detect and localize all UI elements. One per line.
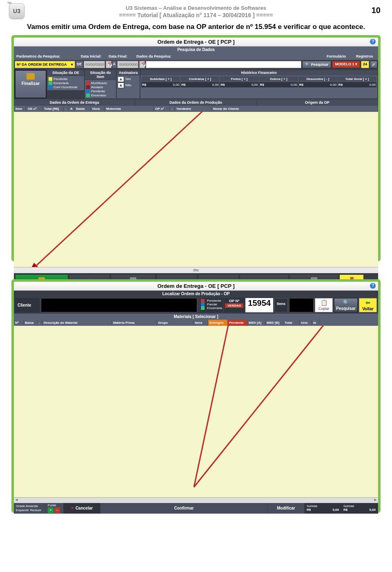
a-label: À xyxy=(112,61,117,68)
legend-status-op: PendenteParcialEncerrada xyxy=(200,298,223,312)
copiar-button[interactable]: 📋Copiar xyxy=(315,298,333,312)
help-icon[interactable]: ? xyxy=(370,39,376,45)
pesquisar-button[interactable]: 🔍Pesquisar xyxy=(302,61,331,68)
op-number-input[interactable]: 15954 xyxy=(245,298,273,312)
svg-line-3 xyxy=(194,326,231,487)
progress-bar: 0% xyxy=(14,267,378,273)
lbl-dados: Dados da Pesquisa: xyxy=(135,53,296,59)
search-icon: 🔍 xyxy=(343,300,349,305)
legend-item: ModificadoAnuladoPendenteEncerrado xyxy=(85,80,116,98)
svg-line-1 xyxy=(35,112,206,267)
expandir-button[interactable]: Expandir xyxy=(16,508,29,512)
voltar-button[interactable]: ⬅Voltar xyxy=(359,298,377,312)
registros-count: 24 xyxy=(361,61,369,68)
annotation-arrows-2 xyxy=(14,326,378,497)
date-to-picker[interactable]: 📅 xyxy=(139,61,145,68)
subtotal-label-1: Subtotal xyxy=(307,505,339,507)
reduzir-button[interactable]: Reduzir xyxy=(30,508,42,512)
vendas-badge: VENDAS xyxy=(225,303,243,308)
date-from-picker[interactable]: 📅 xyxy=(106,61,111,68)
param-select[interactable]: Nº DA ORDEM DE ENTREGA▾ xyxy=(15,61,75,68)
screenshot-1: Ordem de Entrega - OE [ PCP ] ? Pesquisa… xyxy=(11,35,381,261)
op-n-label: OP Nº xyxy=(229,299,239,303)
finalizar-icon xyxy=(27,73,35,80)
materiais-strip: Materiais [ Selecionar ] xyxy=(14,314,378,320)
screenshot-2: Ordem de Entrega - OE [ PCP ] ? Localiza… xyxy=(11,279,381,513)
pesquisar-button-2[interactable]: 🔍Pesquisar xyxy=(334,298,358,312)
grade-label: Grade Amarela xyxy=(16,504,43,508)
lbl-parametros: Parâmetros da Pesquisa: xyxy=(15,53,78,59)
cancelar-button[interactable]: ✖Cancelar xyxy=(64,503,100,514)
copy-icon: 📋 xyxy=(321,299,327,306)
u3-logo xyxy=(9,3,24,19)
assin-a-sim[interactable]: A xyxy=(118,76,124,82)
grid-body[interactable] xyxy=(14,112,378,267)
sit-item-header: Situação do Item xyxy=(85,70,116,80)
date-to[interactable]: 00/00/0000 xyxy=(117,61,138,68)
subtotal-label-2: Subtotal xyxy=(343,505,376,507)
lbl-data-ini: Data Inicial: xyxy=(79,53,106,59)
legend-oe: PendenteEncerradaCom Ocorrência xyxy=(47,76,84,90)
modelo-select[interactable]: MODELO 1 ▾ xyxy=(332,61,360,68)
expand-button[interactable]: ⤢ xyxy=(370,61,377,68)
svg-line-4 xyxy=(194,326,333,487)
page-number: 10 xyxy=(372,6,381,15)
sit-oe-header: Situação da OE xyxy=(47,70,84,76)
de-label: DE xyxy=(76,61,83,68)
itens-input[interactable] xyxy=(289,298,314,312)
grid-body-2[interactable] xyxy=(14,326,378,497)
search-strip-title: Pesquisa de Dados xyxy=(14,47,378,53)
help-icon-2[interactable]: ? xyxy=(370,283,376,289)
svg-line-0 xyxy=(35,112,206,267)
hdr-tutorial: ===== Tutorial [ Atualização n° 1174 – 3… xyxy=(11,12,381,18)
font-plus-button[interactable]: + xyxy=(48,507,53,513)
itens-label: Itens xyxy=(274,298,288,312)
assinatura-header: Assinatura xyxy=(117,70,140,76)
svg-line-5 xyxy=(194,326,333,487)
lbl-formulario: Formulário xyxy=(325,53,354,59)
cliente-label: Cliente xyxy=(15,298,40,312)
date-from[interactable]: 00/00/0000 xyxy=(84,61,105,68)
window-title: Ordem de Entrega - OE [ PCP ] ? xyxy=(14,38,378,47)
finalizar-button[interactable]: Finalizar xyxy=(15,70,47,98)
hdr-company: U3 Sistemas – Análise e Desenvolvimento … xyxy=(11,5,381,11)
fonte-label: Fonte xyxy=(48,503,61,507)
locate-op-strip: Localizar Ordem de Produção - OP xyxy=(14,291,378,297)
window-title-2: Ordem de Entrega - OE [ PCP ] ? xyxy=(14,282,378,291)
annotation-arrow-1 xyxy=(14,112,378,267)
search-input[interactable] xyxy=(146,61,301,68)
font-minus-button[interactable]: − xyxy=(54,507,60,513)
lbl-data-fin: Data Final: xyxy=(107,53,134,59)
cliente-input[interactable] xyxy=(41,298,197,312)
horizontal-scrollbar[interactable] xyxy=(14,497,378,503)
confirmar-button[interactable]: Confirmar xyxy=(100,503,268,514)
lbl-registros: Registros xyxy=(354,53,377,59)
intro-text: Vamos emitir uma Ordem de Entrega, com b… xyxy=(11,22,381,32)
modificar-button[interactable]: Modificar xyxy=(268,503,305,514)
assin-a-nao[interactable]: A xyxy=(118,82,124,88)
svg-line-2 xyxy=(194,326,231,487)
hist-fin-header: Histórico Financeiro xyxy=(140,70,377,76)
back-arrow-icon: ⬅ xyxy=(365,299,370,306)
